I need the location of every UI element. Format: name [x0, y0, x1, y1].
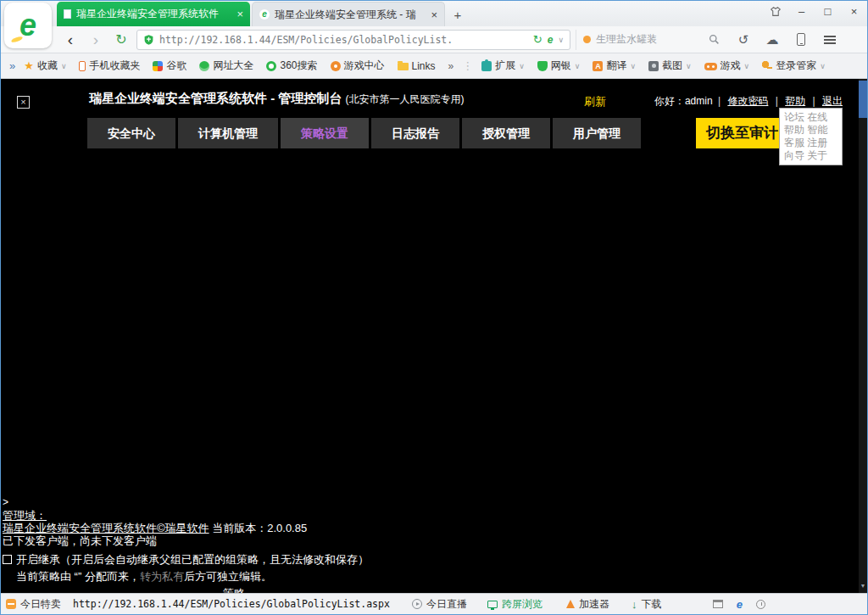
translate-icon: A [593, 61, 603, 71]
inherit-checkbox[interactable] [3, 555, 12, 564]
page-subtitle: (北安市第一人民医院专用) [346, 93, 465, 105]
page-footer: > 管理域： 瑞星企业终端安全管理系统软件©瑞星软件 当前版本：2.0.0.85… [3, 496, 613, 595]
tab-log-reports[interactable]: 日志报告 [371, 118, 459, 148]
extensions-button[interactable]: 扩展 ∨ [481, 59, 525, 73]
daily-deals-button[interactable]: 今日特卖 [6, 597, 61, 612]
window-mode-icon[interactable] [713, 600, 723, 608]
tab-close-icon[interactable]: × [236, 8, 243, 20]
star-icon: ★ [24, 61, 34, 71]
bookmark-favorites[interactable]: ★ 收藏 ∨ [24, 59, 66, 73]
change-password-link[interactable]: 修改密码 [727, 95, 768, 107]
folder-icon [398, 63, 409, 70]
skin-icon[interactable] [764, 3, 787, 21]
screenshot-button[interactable]: 截图 ∨ [648, 59, 692, 73]
360-search-icon [266, 61, 276, 71]
page-refresh-link[interactable]: 刷新 [584, 94, 606, 109]
window-controls: – □ × [764, 3, 865, 21]
speed-gauge-icon[interactable] [756, 600, 765, 609]
page-scrollbar[interactable]: ▼ [859, 79, 867, 595]
help-link[interactable]: 帮助 [785, 95, 805, 107]
undo-icon[interactable]: ↺ [732, 32, 755, 48]
logout-link[interactable]: 退出 [822, 95, 843, 107]
main-menu-icon[interactable] [818, 34, 842, 46]
bookmark-site-directory[interactable]: 网址大全 [199, 59, 253, 73]
tab-policy-settings[interactable]: 策略设置 [281, 118, 369, 148]
address-bar[interactable]: http://192.168.1.44/ESM/Policies/GlobalP… [136, 30, 570, 50]
maximize-button[interactable]: □ [816, 3, 839, 21]
search-input[interactable]: 生理盐水罐装 [596, 32, 704, 47]
accelerator-button[interactable]: 加速器 [566, 597, 609, 612]
search-icon[interactable] [709, 34, 720, 45]
close-button[interactable]: × [843, 3, 865, 21]
browser-favicon-icon: e [259, 9, 270, 20]
toolbar-separator-icon: ⋮ [462, 59, 473, 72]
page-favicon-icon [64, 9, 71, 19]
auto-refresh-icon[interactable]: ↻ [533, 33, 542, 46]
chevron-down-icon: ∨ [519, 62, 525, 70]
bookmark-links-folder[interactable]: Links [398, 60, 436, 72]
convert-private-link[interactable]: 转为私有 [140, 570, 184, 583]
tab-computer-management[interactable]: 计算机管理 [178, 118, 278, 148]
gamepad-icon [704, 63, 717, 70]
tab-license-management[interactable]: 授权管理 [462, 118, 550, 148]
tab-title: 瑞星企业终端安全管理系统 - 瑞 [275, 8, 426, 22]
switch-to-audit-button[interactable]: 切换至审计 [696, 118, 788, 148]
tab-security-center[interactable]: 安全中心 [87, 118, 175, 148]
tab-strip: 瑞星企业终端安全管理系统软件 × e 瑞星企业终端安全管理系统 - 瑞 × + [57, 2, 469, 26]
browser-mode-icon[interactable]: e [548, 34, 554, 46]
help-dropdown-menu[interactable]: 论坛 在线帮助 智能客服 注册向导 关于 [779, 108, 843, 165]
browser-tab-active[interactable]: 瑞星企业终端安全管理系统软件 × [57, 2, 250, 26]
puzzle-icon [481, 61, 492, 71]
favorites-panel-icon[interactable]: » [9, 59, 15, 72]
globe-icon [199, 61, 209, 71]
new-tab-button[interactable]: + [447, 3, 469, 25]
bookmarks-overflow-icon[interactable]: » [448, 60, 454, 72]
forward-button[interactable]: › [86, 27, 106, 53]
page-title: 瑞星企业终端安全管理系统软件 - 管理控制台 (北安市第一人民医院专用) [89, 91, 465, 107]
chevron-down-icon[interactable]: ∨ [558, 36, 564, 44]
cross-screen-button[interactable]: 跨屏浏览 [487, 597, 542, 612]
inherit-option: 开启继承（开启后会自动继承父组已配置的组策略，且无法修改和保存） [3, 553, 613, 566]
minimize-button[interactable]: – [790, 3, 813, 21]
chevron-down-icon: ∨ [686, 62, 692, 70]
back-button[interactable]: ‹ [60, 27, 81, 53]
bookmark-google[interactable]: 谷歌 [153, 59, 186, 73]
tab-close-icon[interactable]: × [431, 8, 437, 21]
url-text[interactable]: http://192.168.1.44/ESM/Policies/GlobalP… [159, 34, 528, 46]
management-domain-label[interactable]: 管理域： [3, 509, 47, 522]
cloud-sync-icon[interactable]: ☁ [760, 32, 784, 48]
cross-screen-icon [487, 601, 498, 608]
game-center-icon [331, 61, 341, 71]
browser-core-icon[interactable]: e [737, 598, 743, 611]
chevron-down-icon: ∨ [575, 62, 581, 70]
rocket-icon [566, 600, 575, 608]
games-button[interactable]: 游戏 ∨ [704, 59, 750, 73]
tab-user-management[interactable]: 用户管理 [553, 118, 641, 148]
copyright-line: 瑞星企业终端安全管理系统软件©瑞星软件 当前版本：2.0.0.85 [3, 522, 613, 534]
greeting-text: 你好：admin [654, 95, 713, 107]
refresh-button[interactable]: ↻ [111, 27, 131, 53]
scrollbar-down-arrow-icon[interactable]: ▼ [859, 580, 867, 592]
policy-note: 当前策略由 “” 分配而来，转为私有后方可独立编辑。 [3, 570, 613, 583]
bookmark-360-search[interactable]: 360搜索 [266, 59, 317, 73]
translate-button[interactable]: A 翻译 ∨ [593, 59, 636, 73]
scrollbar-thumb[interactable] [859, 81, 867, 118]
online-banking-button[interactable]: 网银 ∨ [537, 59, 581, 73]
bookmark-mobile-favorites[interactable]: 手机收藏夹 [79, 59, 140, 73]
tab-title: 瑞星企业终端安全管理系统软件 [76, 7, 231, 21]
shopping-icon [6, 599, 16, 609]
bookmark-game-center[interactable]: 游戏中心 [331, 59, 385, 73]
live-stream-button[interactable]: 今日直播 [412, 597, 467, 612]
browser-tab-inactive[interactable]: e 瑞星企业终端安全管理系统 - 瑞 × [252, 2, 445, 26]
play-icon [412, 599, 422, 609]
downloads-button[interactable]: ↓ 下载 [632, 597, 662, 612]
statusbar-right-icons: e [713, 598, 765, 611]
web-page: × 瑞星企业终端安全管理系统软件 - 管理控制台 (北安市第一人民医院专用) 刷… [1, 79, 867, 595]
send-to-phone-icon[interactable] [789, 33, 813, 46]
download-icon: ↓ [632, 598, 637, 611]
login-manager-button[interactable]: 登录管家 ∨ [762, 59, 826, 73]
status-url-text: http://192.168.1.44/ESM/Policies/GlobalP… [73, 598, 390, 610]
client-legend: 已下发客户端，尚未下发客户端 [3, 534, 613, 547]
browser-logo[interactable]: e [4, 3, 52, 48]
search-box[interactable]: 生理盐水罐装 [576, 30, 726, 50]
